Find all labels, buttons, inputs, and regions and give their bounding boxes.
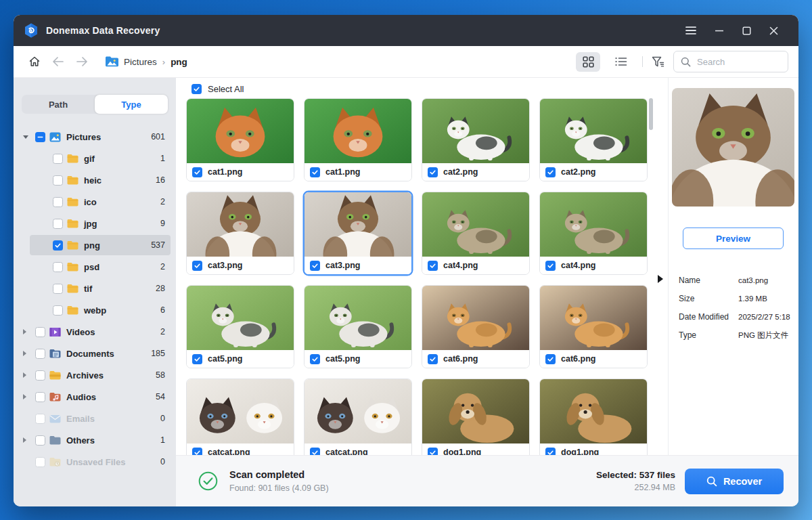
- home-button[interactable]: [28, 56, 41, 68]
- tree-checkbox[interactable]: [53, 240, 63, 251]
- tree-checkbox[interactable]: [35, 414, 45, 424]
- tree-item-count: 58: [156, 370, 165, 380]
- preview-button[interactable]: Preview: [683, 228, 784, 249]
- tree-item-archives[interactable]: Archives58: [14, 364, 176, 386]
- file-checkbox[interactable]: [545, 167, 556, 177]
- tree-checkbox[interactable]: [35, 370, 45, 381]
- file-card[interactable]: cat6.png: [422, 285, 530, 368]
- tree-checkbox[interactable]: [35, 349, 45, 359]
- selected-files-count: Selected: 537 files: [596, 470, 675, 480]
- tree-item-psd[interactable]: psd2: [14, 256, 176, 278]
- tree-checkbox[interactable]: [53, 262, 63, 272]
- recover-button[interactable]: Recover: [685, 469, 784, 494]
- tree-checkbox[interactable]: [35, 457, 45, 467]
- tree-item-audios[interactable]: Audios54: [14, 386, 176, 408]
- breadcrumb-current[interactable]: png: [171, 57, 187, 67]
- expander-right-icon[interactable]: [23, 372, 35, 378]
- tree-item-unsaved-files[interactable]: Unsaved Files0: [14, 451, 176, 473]
- file-checkbox[interactable]: [428, 354, 438, 364]
- tree-item-png[interactable]: png537: [14, 234, 176, 256]
- tree-checkbox[interactable]: [53, 219, 63, 229]
- file-card[interactable]: cat5.png: [186, 285, 294, 368]
- file-card[interactable]: dog1.png: [539, 378, 648, 455]
- tree-checkbox[interactable]: [35, 392, 45, 402]
- file-checkbox[interactable]: [310, 354, 320, 364]
- search-box[interactable]: [673, 51, 788, 72]
- maximize-button[interactable]: [742, 26, 751, 35]
- file-checkbox[interactable]: [192, 448, 202, 456]
- file-checkbox[interactable]: [192, 167, 202, 177]
- file-checkbox[interactable]: [428, 261, 438, 271]
- tree-item-emails[interactable]: Emails0: [14, 408, 176, 429]
- tree-item-ico[interactable]: ico2: [14, 191, 176, 213]
- file-thumbnail: [187, 99, 294, 163]
- expander-right-icon[interactable]: [23, 437, 35, 443]
- menu-icon[interactable]: [685, 26, 696, 35]
- tree-checkbox[interactable]: [53, 154, 63, 164]
- file-card[interactable]: cat4.png: [539, 192, 648, 275]
- expander-right-icon[interactable]: [23, 394, 35, 399]
- tree-item-heic[interactable]: heic16: [14, 169, 176, 191]
- file-checkbox[interactable]: [192, 354, 202, 364]
- file-card[interactable]: cat1.png: [186, 98, 294, 181]
- tree-item-videos[interactable]: Videos2: [14, 321, 176, 343]
- file-checkbox[interactable]: [310, 261, 320, 271]
- tree-checkbox[interactable]: [53, 305, 63, 316]
- tree-checkbox[interactable]: [53, 284, 63, 294]
- list-view-button[interactable]: [609, 52, 633, 72]
- file-checkbox[interactable]: [192, 261, 202, 271]
- file-card[interactable]: cat1.png: [304, 98, 412, 181]
- file-checkbox[interactable]: [545, 448, 556, 456]
- file-card[interactable]: catcat.png: [304, 378, 412, 455]
- file-checkbox[interactable]: [310, 448, 320, 456]
- tree-item-webp[interactable]: webp6: [14, 299, 176, 321]
- file-card[interactable]: cat2.png: [539, 98, 648, 181]
- desktop-background: Donemax Data Recovery Pictures › png: [0, 0, 812, 520]
- tab-type[interactable]: Type: [95, 95, 168, 114]
- file-checkbox[interactable]: [428, 167, 438, 177]
- app-window: Donemax Data Recovery Pictures › png: [14, 15, 798, 506]
- file-card[interactable]: cat5.png: [304, 285, 412, 368]
- tree-checkbox[interactable]: [35, 327, 45, 337]
- search-input[interactable]: [697, 57, 781, 67]
- file-card[interactable]: cat3.png: [304, 192, 412, 275]
- tree-checkbox[interactable]: [35, 132, 45, 142]
- file-card[interactable]: dog1.png: [422, 378, 530, 455]
- tree-checkbox[interactable]: [53, 175, 63, 186]
- tree-item-others[interactable]: Others1: [14, 429, 176, 451]
- tree-item-pictures[interactable]: Pictures601: [14, 126, 176, 148]
- content: Path Type Pictures601gif1heic16ico2jpg9p…: [14, 78, 798, 506]
- tree-item-count: 601: [151, 132, 165, 142]
- forward-button[interactable]: [76, 56, 88, 67]
- tree-checkbox[interactable]: [53, 197, 63, 207]
- tree-item-documents[interactable]: Documents185: [14, 343, 176, 364]
- expander-right-icon[interactable]: [23, 351, 35, 356]
- grid-view-button[interactable]: [576, 52, 600, 72]
- close-button[interactable]: [769, 26, 778, 35]
- tree-item-jpg[interactable]: jpg9: [14, 213, 176, 234]
- tree-item-tif[interactable]: tif28: [14, 278, 176, 299]
- tree-item-count: 1: [160, 435, 165, 445]
- expander-right-icon[interactable]: [23, 329, 35, 334]
- tree-checkbox[interactable]: [35, 435, 45, 446]
- file-card[interactable]: cat2.png: [422, 98, 530, 181]
- minimize-button[interactable]: [715, 26, 724, 35]
- file-checkbox[interactable]: [428, 448, 438, 456]
- filter-button[interactable]: [652, 56, 664, 68]
- expander-down-icon[interactable]: [23, 135, 35, 139]
- breadcrumb-root[interactable]: Pictures: [124, 57, 157, 67]
- file-thumbnail: [422, 379, 529, 443]
- panel-collapse-arrow-icon[interactable]: [658, 275, 663, 283]
- select-all-checkbox[interactable]: [191, 84, 202, 94]
- file-card[interactable]: cat6.png: [539, 285, 648, 368]
- tab-path[interactable]: Path: [22, 95, 95, 114]
- file-card[interactable]: cat3.png: [186, 192, 294, 275]
- grid-scrollbar[interactable]: [649, 98, 653, 130]
- file-checkbox[interactable]: [545, 261, 556, 271]
- back-button[interactable]: [52, 56, 64, 67]
- file-checkbox[interactable]: [545, 354, 556, 364]
- file-card[interactable]: cat4.png: [422, 192, 530, 275]
- file-card[interactable]: catcat.png: [186, 378, 294, 455]
- file-checkbox[interactable]: [310, 167, 320, 177]
- tree-item-gif[interactable]: gif1: [14, 148, 176, 169]
